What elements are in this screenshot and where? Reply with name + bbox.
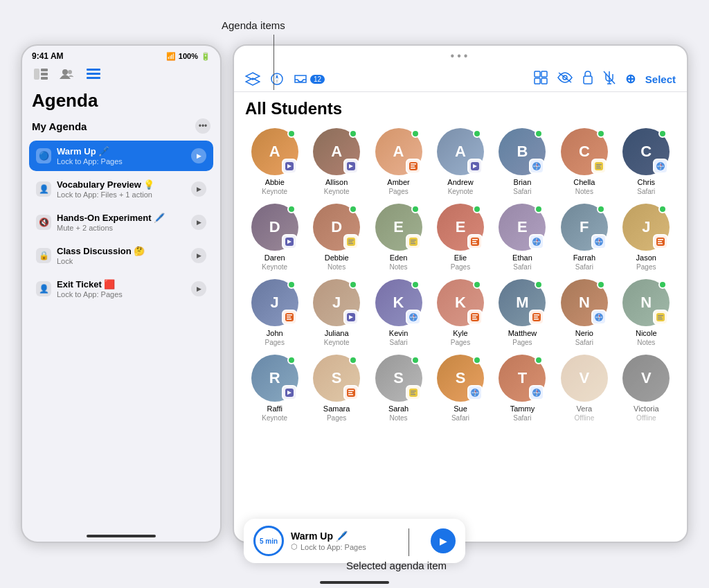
my-agenda-menu-button[interactable]: ••• xyxy=(195,118,210,134)
student-item[interactable]: CChrisSafari xyxy=(617,128,676,195)
student-item[interactable]: FFarrahSafari xyxy=(555,204,613,271)
grid-view-button[interactable] xyxy=(534,71,548,87)
student-item[interactable]: VVeraOffline xyxy=(555,355,613,422)
student-name: Nerio xyxy=(575,329,593,337)
student-item[interactable]: VVictoriaOffline xyxy=(617,355,676,422)
agenda-item-sub-2: Mute + 2 actions xyxy=(57,224,186,232)
student-item[interactable]: AAbbieKeynote xyxy=(245,128,304,195)
student-app-label: Safari xyxy=(513,188,531,195)
student-avatar-wrap: S xyxy=(313,355,360,402)
student-online-indicator xyxy=(411,280,420,289)
student-item[interactable]: DDarenKeynote xyxy=(245,204,304,271)
student-name: Matthew xyxy=(508,329,537,337)
student-item[interactable]: MMatthewPages xyxy=(493,279,552,346)
student-item[interactable]: CChellaNotes xyxy=(555,128,613,195)
svg-rect-56 xyxy=(411,242,415,242)
student-item[interactable]: BBrianSafari xyxy=(493,128,552,195)
student-online-indicator xyxy=(349,205,357,213)
student-item[interactable]: EEliePages xyxy=(431,204,490,271)
agenda-item-content-2: Hands-On Experiment 🖊️ Mute + 2 actions xyxy=(57,213,186,232)
list-icon[interactable] xyxy=(84,66,102,82)
svg-rect-109 xyxy=(348,394,353,395)
student-item[interactable]: KKevinSafari xyxy=(369,279,428,346)
student-avatar-wrap: C xyxy=(622,128,670,175)
agenda-item-vocabulary[interactable]: 👤 Vocabulary Preview 💡 Lock to App: File… xyxy=(29,174,213,204)
agenda-item-warm-up[interactable]: 🔵 Warm Up 🖊️ Lock to App: Pages ▶ xyxy=(29,141,213,171)
student-app-label: Safari xyxy=(575,263,593,271)
agenda-item-play-3[interactable]: ▶ xyxy=(191,248,206,263)
student-avatar: V xyxy=(622,355,670,402)
eye-off-button[interactable] xyxy=(557,71,573,87)
student-avatar: V xyxy=(561,355,608,402)
student-item[interactable]: SSamaraPages xyxy=(307,355,366,422)
more-button[interactable]: ⊕ xyxy=(625,71,636,87)
agenda-item-play-1[interactable]: ▶ xyxy=(191,181,206,197)
student-item[interactable]: NNicoleNotes xyxy=(617,279,676,346)
compass-button[interactable] xyxy=(270,72,284,86)
sidebar-toggle-icon[interactable] xyxy=(32,66,50,82)
agenda-item-play-0[interactable]: ▶ xyxy=(191,148,206,163)
svg-rect-59 xyxy=(472,239,478,240)
people-icon[interactable] xyxy=(58,66,76,82)
student-name: Allison xyxy=(325,178,348,186)
student-online-indicator xyxy=(535,280,543,289)
svg-rect-2 xyxy=(41,73,48,75)
student-name: Daren xyxy=(264,253,285,262)
student-name: Farrah xyxy=(573,253,595,262)
svg-rect-29 xyxy=(411,163,416,165)
layers-button[interactable] xyxy=(245,72,260,86)
student-item[interactable]: DDebbieNotes xyxy=(307,204,366,271)
student-item[interactable]: AAndrewKeynote xyxy=(431,128,490,195)
lock-button[interactable] xyxy=(582,71,593,87)
student-item[interactable]: JJulianaKeynote xyxy=(307,279,366,346)
student-item[interactable]: SSueSafari xyxy=(431,355,490,422)
agenda-item-play-2[interactable]: ▶ xyxy=(191,215,206,230)
agenda-list: 🔵 Warm Up 🖊️ Lock to App: Pages ▶ 👤 Voca… xyxy=(22,138,220,307)
svg-rect-53 xyxy=(348,243,353,244)
student-item[interactable]: TTammySafari xyxy=(493,355,552,422)
student-online-indicator xyxy=(597,280,605,289)
svg-rect-1 xyxy=(41,69,48,71)
bottom-agenda-bar[interactable]: 5 min Warm Up 🖊️ ⬡ Lock to App: Pages ▶ xyxy=(244,519,465,543)
student-name: Jason xyxy=(636,253,656,262)
student-item[interactable]: AAmberPages xyxy=(369,128,428,195)
agenda-item-content-4: Exit Ticket 🟥 Lock to App: Pages xyxy=(57,279,186,299)
student-item[interactable]: RRaffiKeynote xyxy=(245,355,304,422)
student-app-badge xyxy=(406,310,421,325)
student-avatar-wrap: E xyxy=(375,204,422,251)
student-app-badge xyxy=(282,234,297,249)
student-name: John xyxy=(267,329,283,337)
student-app-label: Pages xyxy=(451,339,470,346)
svg-rect-101 xyxy=(658,315,663,316)
student-app-badge xyxy=(591,310,607,325)
student-item[interactable]: NNerioSafari xyxy=(555,279,613,346)
agenda-item-exit-ticket[interactable]: 👤 Exit Ticket 🟥 Lock to App: Pages ▶ xyxy=(29,274,213,304)
student-item[interactable]: KKylePages xyxy=(431,279,490,346)
agenda-item-icon-2: 🔇 xyxy=(36,215,51,230)
agenda-item-handson[interactable]: 🔇 Hands-On Experiment 🖊️ Mute + 2 action… xyxy=(29,207,213,238)
student-item[interactable]: SSarahNotes xyxy=(369,355,428,422)
student-app-badge xyxy=(529,385,544,400)
svg-rect-20 xyxy=(584,76,592,84)
agenda-item-content-0: Warm Up 🖊️ Lock to App: Pages xyxy=(57,146,186,166)
agenda-item-play-4[interactable]: ▶ xyxy=(191,281,206,296)
student-item[interactable]: EEdenNotes xyxy=(369,204,428,271)
student-avatar-wrap: S xyxy=(437,355,484,402)
student-item[interactable]: JJasonPages xyxy=(617,204,676,271)
svg-point-5 xyxy=(68,70,72,74)
student-item[interactable]: EEthanSafari xyxy=(493,204,552,271)
agenda-item-class-discussion[interactable]: 🔒 Class Discussion 🤔 Lock ▶ xyxy=(29,240,213,271)
svg-rect-6 xyxy=(87,69,100,71)
select-button[interactable]: Select xyxy=(645,73,676,85)
student-item[interactable]: AAllisonKeynote xyxy=(307,128,366,195)
drag-handle: ••• xyxy=(234,46,687,64)
home-indicator-left xyxy=(87,535,156,537)
inbox-button[interactable]: 12 xyxy=(294,73,325,85)
student-item[interactable]: JJohnPages xyxy=(245,279,304,346)
student-app-badge xyxy=(406,385,421,400)
mute-button[interactable] xyxy=(603,71,616,87)
student-online-indicator xyxy=(535,205,543,213)
student-online-indicator xyxy=(473,130,481,138)
bottom-bar-play-button[interactable]: ▶ xyxy=(431,528,456,543)
student-name: Juliana xyxy=(325,329,349,337)
